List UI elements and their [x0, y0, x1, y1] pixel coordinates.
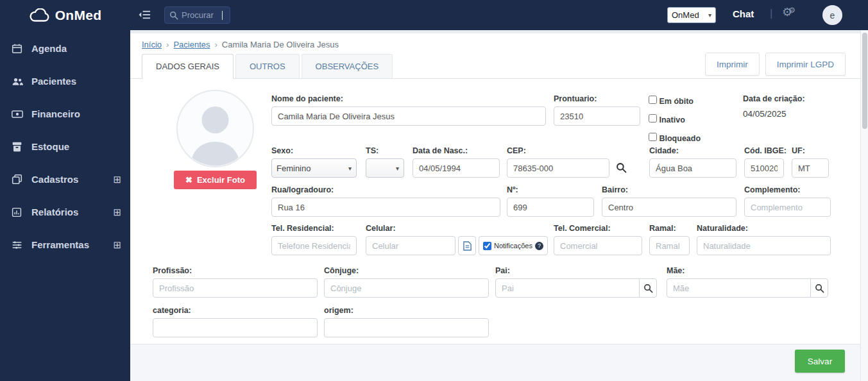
salvar-button[interactable]: Salvar — [795, 350, 845, 373]
inativo-option: Inativo — [649, 114, 701, 125]
sidebar-item-financeiro[interactable]: Financeiro — [0, 97, 130, 130]
pai-input[interactable] — [495, 278, 640, 298]
categoria-input[interactable] — [153, 318, 318, 337]
sidebar-item-ferramentas[interactable]: Ferramentas ⊞ — [0, 228, 130, 261]
field-pai: Pai: — [495, 266, 657, 298]
expand-icon[interactable]: ⊞ — [113, 174, 121, 185]
app-logo[interactable]: OnMed — [0, 0, 130, 30]
tab-outros[interactable]: OUTROS — [235, 54, 300, 78]
em-obito-option: Em óbito — [649, 96, 701, 106]
sidebar-item-cadastros[interactable]: Cadastros ⊞ — [0, 163, 130, 196]
ramal-input[interactable] — [649, 236, 690, 255]
pai-search-button[interactable] — [639, 278, 657, 298]
mae-input[interactable] — [667, 278, 811, 298]
ibge-input[interactable] — [744, 158, 784, 178]
sidebar-item-pacientes[interactable]: Pacientes — [0, 65, 130, 97]
data-nasc-input[interactable] — [413, 158, 500, 178]
cidade-label: Cidade: — [649, 146, 736, 156]
field-rua: Rua/logradouro: — [271, 185, 500, 217]
chevron-down-icon: ▾ — [396, 165, 399, 172]
notificacoes-checkbox[interactable] — [483, 242, 491, 250]
close-icon: ✖ — [185, 175, 192, 185]
tel-residencial-input[interactable] — [271, 236, 357, 255]
complemento-input[interactable] — [744, 198, 831, 217]
document-icon — [463, 241, 472, 251]
ibge-label: Cód. IBGE: — [744, 146, 784, 156]
field-bairro: Bairro: — [602, 185, 736, 217]
nome-paciente-label: Nome do paciente: — [271, 94, 546, 104]
em-obito-checkbox[interactable] — [649, 96, 657, 104]
tabs: DADOS GERAIS OUTROS OBSERVAÇÕES — [130, 54, 860, 79]
celular-input[interactable] — [366, 236, 455, 255]
breadcrumb-separator: › — [166, 40, 169, 49]
sidebar: OnMed Agenda Pacientes Financeiro Estoqu… — [0, 0, 130, 381]
sidebar-item-agenda[interactable]: Agenda — [0, 32, 130, 65]
topbar-separator: | — [770, 7, 772, 20]
sidebar-toggle-button[interactable] — [139, 10, 151, 22]
profissao-input[interactable] — [153, 278, 318, 298]
ramal-label: Ramal: — [649, 224, 690, 233]
field-prontuario: Prontuario: — [554, 94, 640, 126]
user-avatar[interactable]: e — [822, 5, 842, 25]
banknote-icon — [12, 110, 28, 119]
topbar-search[interactable] — [164, 6, 230, 24]
sidebar-item-estoque[interactable]: Estoque — [0, 130, 130, 163]
search-icon — [643, 284, 653, 293]
mae-search-button[interactable] — [810, 278, 828, 298]
celular-document-button[interactable] — [458, 236, 476, 255]
bloqueado-checkbox[interactable] — [649, 133, 657, 141]
breadcrumb-inicio[interactable]: Início — [142, 40, 162, 49]
conjuge-input[interactable] — [324, 278, 489, 298]
naturalidade-label: Naturalidade: — [697, 224, 831, 233]
mae-label: Mãe: — [667, 266, 828, 276]
bairro-input[interactable] — [602, 198, 736, 217]
field-conjuge: Cônjuge: — [324, 266, 489, 298]
chat-link[interactable]: Chat — [733, 8, 754, 19]
field-sexo: Sexo: Feminino ▾ — [271, 146, 357, 178]
sexo-label: Sexo: — [271, 146, 357, 156]
menu-toggle-icon — [139, 10, 151, 20]
field-nome-paciente: Nome do paciente: — [271, 94, 546, 126]
notificacoes-box: Notificações ? — [479, 236, 548, 255]
inativo-checkbox[interactable] — [649, 114, 657, 123]
search-icon — [815, 284, 824, 293]
sidebar-nav: Agenda Pacientes Financeiro Estoque Cada… — [0, 30, 130, 261]
cidade-input[interactable] — [649, 158, 736, 178]
numero-input[interactable] — [507, 198, 594, 217]
breadcrumb-pacientes[interactable]: Pacientes — [173, 40, 210, 49]
settings-gears-icon[interactable]: ⚙⚙ — [782, 6, 796, 18]
cep-input[interactable] — [507, 158, 609, 178]
uf-input[interactable] — [792, 158, 829, 178]
cep-search-button[interactable] — [616, 162, 627, 175]
tel-comercial-input[interactable] — [554, 236, 642, 255]
help-icon[interactable]: ? — [535, 242, 543, 250]
naturalidade-input[interactable] — [697, 236, 831, 255]
expand-icon[interactable]: ⊞ — [113, 207, 121, 218]
field-tel-comercial: Tel. Comercial: — [554, 224, 642, 255]
numero-label: Nº: — [507, 185, 594, 195]
complemento-label: Complemento: — [744, 185, 831, 195]
patient-form-panel: Início › Pacientes › Camila Maria De Oli… — [130, 33, 860, 344]
scrollbar-thumb[interactable] — [862, 33, 867, 129]
expand-icon[interactable]: ⊞ — [113, 239, 121, 251]
field-ibge: Cód. IBGE: — [744, 146, 784, 178]
ts-select[interactable]: ▾ — [366, 158, 404, 178]
tab-dados-gerais[interactable]: DADOS GERAIS — [142, 54, 234, 79]
status-flags: Em óbito Inativo Bloqueado — [649, 96, 701, 146]
org-select-value: OnMed — [672, 10, 699, 20]
prontuario-input[interactable] — [554, 106, 640, 126]
rua-input[interactable] — [271, 198, 500, 217]
field-origem: origem: — [324, 306, 489, 337]
ts-label: TS: — [366, 146, 404, 156]
nome-paciente-input[interactable] — [271, 106, 546, 126]
field-data-nasc: Data de Nasc.: — [413, 146, 500, 178]
celular-label: Celular: — [366, 224, 455, 233]
sexo-select[interactable]: Feminino ▾ — [271, 158, 357, 178]
sidebar-item-relatorios[interactable]: Relatórios ⊞ — [0, 196, 130, 228]
scrollbar[interactable] — [860, 30, 868, 381]
tab-observacoes[interactable]: OBSERVAÇÕES — [302, 54, 393, 78]
origem-input[interactable] — [324, 318, 489, 337]
delete-photo-button[interactable]: ✖ Excluir Foto — [174, 171, 257, 189]
search-input[interactable] — [182, 10, 219, 20]
org-select[interactable]: OnMed ▾ — [667, 7, 716, 23]
